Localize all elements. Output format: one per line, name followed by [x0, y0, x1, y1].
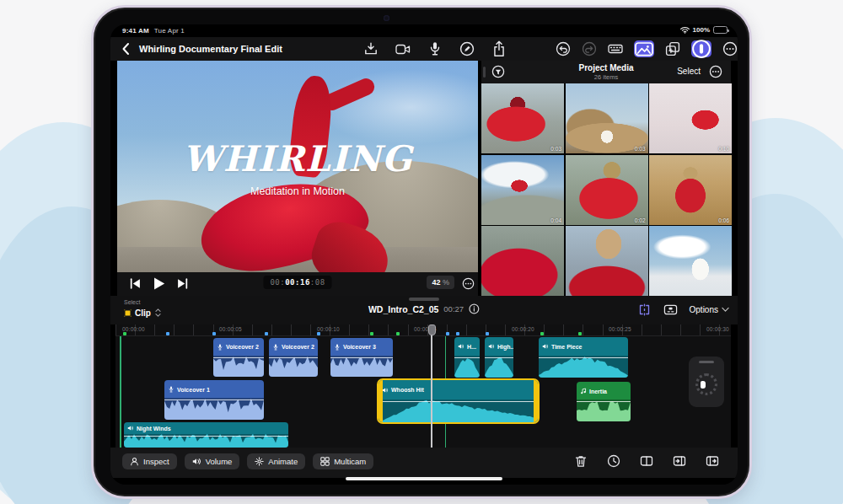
timeline-header: Select Clip WD_Intro_C2_05 00:27 Options: [110, 296, 738, 324]
back-button[interactable]: [121, 42, 131, 56]
ruler-label: 00:00:25: [609, 326, 631, 332]
inspect-icon: [130, 457, 139, 466]
markup-button[interactable]: [459, 41, 475, 56]
video-viewer[interactable]: WHIRLING Meditation in Motion: [117, 61, 478, 272]
inspect-button[interactable]: Inspect: [122, 453, 177, 469]
green-marker[interactable]: [370, 332, 373, 335]
overlay-subtitle: Meditation in Motion: [117, 185, 478, 197]
magnetic-timeline-button[interactable]: [637, 303, 652, 317]
media-thumbnail-red-skirt-swirl-closeup[interactable]: [481, 226, 564, 296]
options-button[interactable]: Options: [690, 305, 729, 314]
media-thumbnail-dervish-red-golden-reeds[interactable]: 0:06: [649, 155, 732, 225]
undo-button[interactable]: [556, 41, 571, 56]
timeline-clip-time-piece[interactable]: Time Piece: [539, 337, 628, 378]
media-more-button[interactable]: [709, 65, 722, 78]
tool-buttons: InspectVolumeAnimateMulticam: [122, 453, 373, 469]
media-thumbnail-dervish-tan-hat-closeup[interactable]: [566, 226, 648, 296]
clip-label: Voiceover 2: [269, 338, 318, 356]
clip-name: WD_Intro_C2_05: [368, 304, 438, 314]
blue-marker[interactable]: [212, 332, 216, 335]
home-indicator[interactable]: [346, 477, 502, 480]
media-thumbnail-white-dervish-salt-flat-sky[interactable]: [649, 226, 732, 296]
trash-button[interactable]: [574, 454, 588, 468]
animate-icon: [255, 457, 264, 466]
viewer-display-button[interactable]: [634, 40, 654, 57]
select-button[interactable]: Select: [677, 67, 701, 76]
blue-marker[interactable]: [166, 332, 169, 335]
green-marker[interactable]: [540, 332, 544, 335]
clip-waveform: [577, 399, 631, 421]
timeline-ruler[interactable]: 00:00:0000:00:0500:00:1000:00:1500:00:20…: [115, 324, 731, 336]
skip-forward-button[interactable]: [176, 277, 189, 290]
bottom-toolbar: InspectVolumeAnimateMulticam: [110, 448, 738, 478]
green-marker[interactable]: [396, 332, 400, 335]
project-title: Whirling Documentary Final Edit: [139, 44, 282, 54]
zoom-level-badge[interactable]: 42 %: [427, 276, 454, 289]
clip-waveform: [164, 398, 264, 420]
timeline-clip-voiceover-3[interactable]: Voiceover 3: [330, 338, 393, 377]
timer-button[interactable]: [607, 454, 620, 468]
blue-marker[interactable]: [265, 332, 268, 335]
append-button[interactable]: [640, 454, 653, 468]
timeline-clip-h[interactable]: H...: [454, 337, 480, 378]
playhead[interactable]: [431, 324, 432, 448]
timeline[interactable]: 00:00:0000:00:0500:00:1000:00:1500:00:20…: [115, 324, 731, 448]
clip-label: Whoosh Hit: [379, 380, 538, 399]
green-marker[interactable]: [578, 332, 582, 335]
clip-label: Night Winds: [124, 422, 288, 434]
jog-dial-button[interactable]: [691, 40, 711, 57]
keyboard-button[interactable]: [608, 41, 623, 56]
timeline-resize-handle[interactable]: [409, 298, 439, 301]
blue-marker[interactable]: [486, 332, 489, 335]
media-thumbnail-dervish-red-salt-flat[interactable]: 0:10: [649, 83, 732, 153]
insert-button[interactable]: [673, 454, 686, 468]
share-button[interactable]: [491, 41, 507, 56]
more-button[interactable]: [722, 41, 738, 56]
redo-button[interactable]: [582, 41, 597, 56]
timeline-clip-voiceover-1[interactable]: Voiceover 1: [164, 380, 264, 420]
connect-display-button[interactable]: [663, 303, 678, 317]
ruler-label: 00:00:20: [512, 326, 534, 332]
timeline-clip-whoosh-hit[interactable]: Whoosh Hit: [379, 380, 538, 422]
camera-button[interactable]: [395, 41, 411, 56]
play-button[interactable]: [152, 276, 166, 291]
timeline-clip-high[interactable]: High...: [485, 337, 513, 378]
jog-wheel[interactable]: [689, 357, 724, 407]
media-thumbnail-dervish-red-spinning-dunes[interactable]: 0:03: [481, 83, 564, 153]
jog-dial: [695, 373, 717, 395]
clip-mode-selector[interactable]: Clip: [124, 308, 162, 318]
viewer-more-button[interactable]: [462, 277, 475, 290]
clip-label: Inertia: [577, 382, 631, 399]
blue-marker[interactable]: [317, 332, 320, 335]
volume-button[interactable]: Volume: [185, 453, 240, 469]
battery-icon: [713, 26, 728, 34]
blue-marker[interactable]: [446, 332, 449, 335]
ruler-label: 00:00:30: [706, 326, 729, 332]
info-button[interactable]: [469, 303, 480, 314]
mic-button[interactable]: [427, 41, 443, 56]
skip-back-button[interactable]: [129, 277, 142, 290]
timeline-clip-voiceover-2[interactable]: Voiceover 2: [269, 338, 318, 377]
blue-marker[interactable]: [456, 332, 459, 335]
title-overlay: WHIRLING Meditation in Motion: [117, 142, 478, 197]
import-button[interactable]: [363, 41, 379, 56]
media-thumbnail-dervish-red-spin-closeup[interactable]: 0:02: [566, 155, 648, 225]
media-browser-button[interactable]: [665, 41, 680, 56]
timeline-clip-night-winds[interactable]: Night Winds: [124, 422, 288, 448]
multicam-button[interactable]: Multicam: [313, 453, 373, 469]
green-marker[interactable]: [123, 332, 126, 335]
clip-waveform: [330, 356, 393, 377]
animate-button[interactable]: Animate: [247, 453, 305, 469]
overlay-title: WHIRLING: [117, 142, 478, 177]
playhead-grip[interactable]: [428, 324, 436, 335]
select-mode-label: Select: [124, 299, 140, 305]
thumbnail-duration: 0:06: [718, 217, 729, 223]
timeline-clip-voiceover-2[interactable]: Voiceover 2: [213, 338, 264, 377]
media-thumbnail-cappadocia-rocks-white-dervish[interactable]: 0:03: [566, 83, 648, 153]
media-thumbnail-dervish-red-badlands-clouds[interactable]: 0:04: [481, 155, 564, 225]
timeline-clip-inertia[interactable]: Inertia: [577, 382, 631, 421]
clip-waveform: [124, 434, 288, 448]
front-camera: [384, 15, 389, 21]
connect-clip-button[interactable]: [706, 454, 719, 468]
top-toolbar: Whirling Documentary Final Edit: [110, 37, 738, 61]
